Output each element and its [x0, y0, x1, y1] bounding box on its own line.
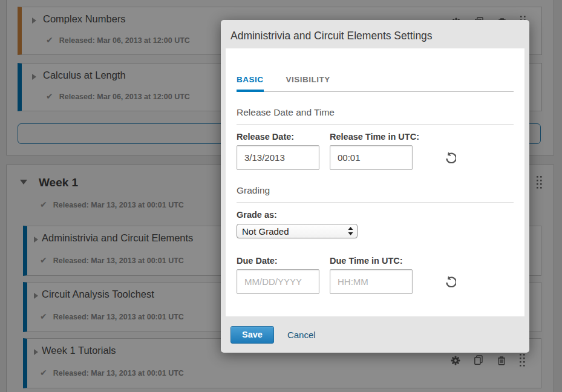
- tab-bar: BASIC VISIBILITY: [237, 75, 514, 92]
- due-time-label: Due Time in UTC:: [330, 256, 403, 266]
- save-button[interactable]: Save: [230, 326, 274, 344]
- settings-modal: Administrivia and Circuit Elements Setti…: [221, 20, 529, 353]
- reset-release-button[interactable]: [445, 152, 456, 163]
- tab-visibility[interactable]: VISIBILITY: [286, 75, 330, 91]
- grade-as-label: Grade as:: [237, 210, 514, 220]
- modal-footer: Save Cancel: [221, 316, 529, 353]
- reset-icon: [445, 152, 456, 163]
- due-date-input[interactable]: [237, 269, 319, 294]
- modal-title: Administrivia and Circuit Elements Setti…: [221, 20, 529, 42]
- release-section-heading: Release Date and Time: [237, 107, 514, 125]
- due-labels: Due Date: Due Time in UTC:: [237, 256, 514, 266]
- release-date-input[interactable]: [237, 145, 319, 170]
- due-date-label: Due Date:: [237, 256, 330, 266]
- release-date-label: Release Date:: [237, 132, 330, 142]
- release-time-input[interactable]: [330, 145, 413, 170]
- due-fields: [237, 269, 514, 294]
- tab-basic[interactable]: BASIC: [237, 75, 264, 92]
- due-time-input[interactable]: [330, 269, 413, 294]
- grading-section-heading: Grading: [237, 185, 514, 203]
- reset-due-button[interactable]: [445, 276, 456, 287]
- release-labels: Release Date: Release Time in UTC:: [237, 132, 514, 142]
- release-time-label: Release Time in UTC:: [330, 132, 419, 142]
- cancel-link[interactable]: Cancel: [287, 330, 316, 340]
- reset-icon: [445, 276, 456, 287]
- selected-grade-value: Not Graded: [242, 226, 348, 237]
- select-arrows-icon: [348, 227, 353, 235]
- grade-as-select[interactable]: Not Graded: [237, 224, 358, 238]
- modal-body: BASIC VISIBILITY Release Date and Time R…: [226, 48, 524, 316]
- release-fields: [237, 145, 514, 170]
